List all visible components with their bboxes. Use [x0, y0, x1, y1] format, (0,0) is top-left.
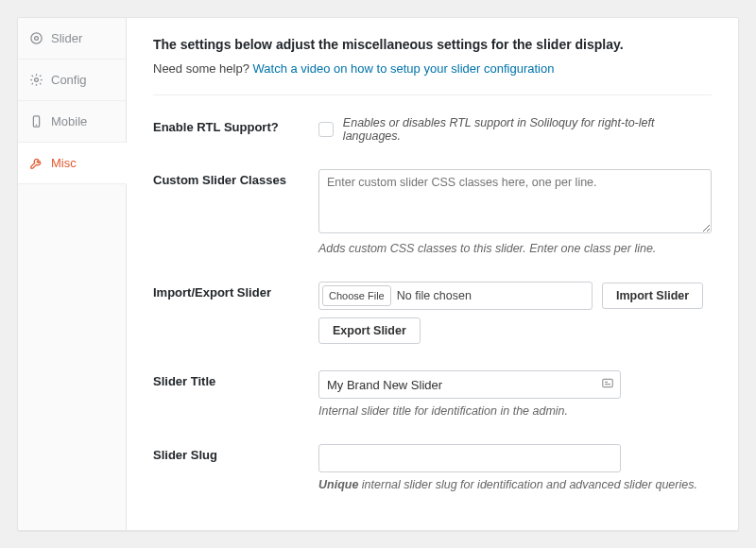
divider — [153, 94, 712, 95]
help-line: Need some help? Watch a video on how to … — [153, 61, 712, 76]
import-slider-button[interactable]: Import Slider — [602, 283, 703, 309]
tab-label: Mobile — [51, 114, 87, 128]
svg-point-2 — [35, 78, 39, 82]
help-prefix: Need some help? — [153, 61, 253, 76]
wrench-icon — [29, 156, 43, 170]
file-picker[interactable]: Choose File No file chosen — [318, 282, 593, 310]
svg-rect-5 — [603, 379, 613, 386]
row-slug: Slider Slug Unique internal slider slug … — [153, 444, 712, 491]
label-title: Slider Title — [153, 370, 318, 388]
tab-list: Slider Config Mobile Misc — [18, 18, 127, 530]
slug-desc-rest: internal slider slug for identification … — [358, 478, 697, 491]
tab-label: Slider — [51, 31, 82, 45]
slider-slug-input[interactable] — [318, 444, 621, 472]
tab-mobile[interactable]: Mobile — [18, 101, 126, 143]
file-status: No file chosen — [395, 289, 472, 302]
rtl-checkbox[interactable] — [318, 122, 334, 137]
tab-label: Config — [51, 73, 87, 87]
tab-misc[interactable]: Misc — [18, 143, 127, 184]
row-rtl: Enable RTL Support? Enables or disables … — [153, 116, 712, 143]
row-title: Slider Title Internal slider title for i… — [153, 370, 712, 418]
classes-textarea[interactable] — [318, 169, 712, 233]
slider-icon — [29, 31, 43, 45]
label-import-export: Import/Export Slider — [153, 282, 318, 300]
card-icon — [601, 377, 614, 393]
tab-slider[interactable]: Slider — [18, 18, 126, 60]
classes-desc: Adds custom CSS classes to this slider. … — [318, 242, 712, 255]
tab-content: The settings below adjust the miscellane… — [127, 18, 738, 530]
slug-desc-strong: Unique — [318, 478, 358, 491]
slider-title-input[interactable] — [318, 370, 621, 399]
label-classes: Custom Slider Classes — [153, 169, 318, 187]
tab-label: Misc — [51, 156, 77, 170]
label-slug: Slider Slug — [153, 444, 318, 462]
label-rtl: Enable RTL Support? — [153, 116, 318, 134]
svg-point-0 — [31, 33, 42, 43]
settings-panel: Slider Config Mobile Misc The settings b… — [17, 17, 739, 531]
rtl-desc: Enables or disables RTL support in Solil… — [343, 116, 712, 143]
choose-file-button[interactable]: Choose File — [322, 285, 391, 306]
page-title: The settings below adjust the miscellane… — [153, 37, 712, 52]
slug-desc: Unique internal slider slug for identifi… — [318, 478, 712, 491]
svg-point-1 — [35, 37, 39, 41]
tab-config[interactable]: Config — [18, 60, 126, 101]
export-slider-button[interactable]: Export Slider — [318, 317, 421, 344]
row-classes: Custom Slider Classes Adds custom CSS cl… — [153, 169, 712, 255]
title-desc: Internal slider title for identification… — [318, 404, 712, 418]
gear-icon — [29, 73, 43, 87]
mobile-icon — [29, 114, 43, 128]
row-import-export: Import/Export Slider Choose File No file… — [153, 282, 712, 344]
help-video-link[interactable]: Watch a video on how to setup your slide… — [253, 61, 555, 76]
